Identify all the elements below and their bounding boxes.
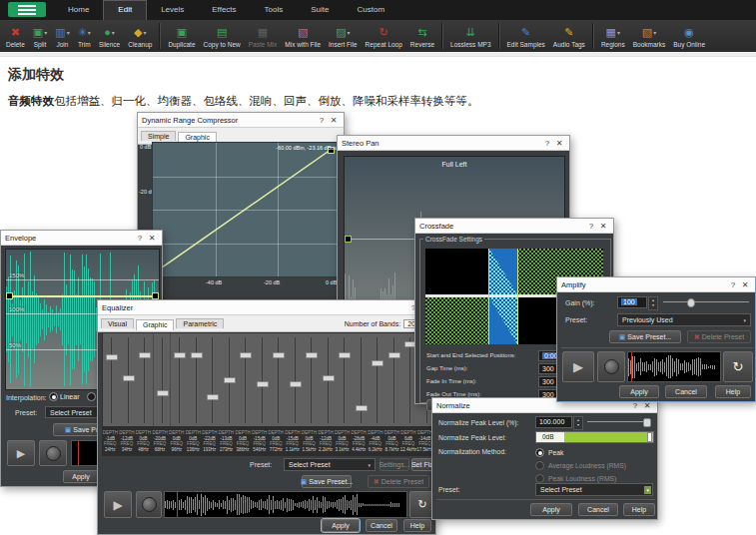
- menu-tab-levels[interactable]: Levels: [147, 0, 198, 20]
- toolbar-button-duplicate[interactable]: ▣Duplicate: [164, 20, 199, 52]
- eq-preset-select[interactable]: Select Preset ▾: [284, 458, 376, 471]
- eq-band-slider-5[interactable]: [171, 333, 188, 427]
- drc-graph[interactable]: -60.00 dBin, -23.16 dBout: [152, 142, 344, 277]
- eq-slider-thumb[interactable]: [123, 375, 135, 381]
- nm-cancel-button[interactable]: Cancel: [578, 503, 618, 516]
- chevron-down-icon[interactable]: ▾: [112, 29, 115, 36]
- toolbar-button-split[interactable]: ▣▾Split: [29, 20, 51, 52]
- eq-band-slider-8[interactable]: [221, 333, 238, 427]
- close-icon[interactable]: ✕: [597, 222, 609, 231]
- menu-tab-effects[interactable]: Effects: [198, 0, 250, 20]
- eq-band-slider-16[interactable]: [353, 333, 370, 427]
- toolbar-button-regions[interactable]: ▦▾Regions: [597, 20, 629, 52]
- eq-delete-preset-button[interactable]: ✖ Delete Preset: [368, 475, 429, 488]
- tab-graphic[interactable]: Graphic: [136, 319, 175, 330]
- env-envelope-line[interactable]: [6, 295, 159, 297]
- cf-left-marker[interactable]: [488, 249, 489, 344]
- tab-parametric[interactable]: Parametric: [176, 318, 224, 328]
- tab-simple[interactable]: Simple: [141, 131, 176, 141]
- close-icon[interactable]: ✕: [739, 280, 751, 289]
- nm-apply-button[interactable]: Apply: [530, 503, 572, 516]
- eq-slider-thumb[interactable]: [339, 352, 351, 358]
- eq-title-bar[interactable]: Equalizer ? ✕: [98, 300, 435, 315]
- env-play-button[interactable]: ▶: [7, 440, 35, 466]
- amp-delete-preset-button[interactable]: ✖ Delete Preset: [687, 330, 751, 343]
- amp-help-button[interactable]: Help: [715, 385, 751, 398]
- toolbar-button-trim[interactable]: ✳▾Trim: [74, 20, 95, 52]
- toolbar-button-silence[interactable]: ●▾Silence: [95, 20, 124, 52]
- eq-slider-thumb[interactable]: [207, 394, 219, 400]
- toolbar-button-repeat-loop[interactable]: ↻Repeat Loop: [362, 20, 406, 52]
- close-icon[interactable]: ✕: [146, 234, 158, 243]
- chevron-down-icon[interactable]: ▾: [653, 29, 656, 36]
- eq-band-slider-10[interactable]: [254, 333, 271, 427]
- cf-title-bar[interactable]: Crossfade ? ✕: [415, 219, 613, 234]
- env-apply-button[interactable]: Apply: [63, 470, 99, 483]
- eq-slider-thumb[interactable]: [273, 352, 285, 358]
- eq-play-button[interactable]: ▶: [104, 491, 132, 518]
- eq-slider-thumb[interactable]: [306, 352, 318, 358]
- pan-title-bar[interactable]: Stereo Pan ? ✕: [338, 136, 569, 151]
- toolbar-button-buy-online[interactable]: ◉Buy Online: [669, 20, 709, 52]
- chevron-down-icon[interactable]: ▾: [88, 29, 91, 36]
- chevron-down-icon[interactable]: ▾: [348, 29, 351, 36]
- toolbar-button-delete[interactable]: ✖Delete: [2, 20, 29, 52]
- menu-tab-custom[interactable]: Custom: [344, 0, 399, 20]
- pan-line-handle[interactable]: [345, 236, 352, 243]
- nm-peak-bar-handle[interactable]: [647, 432, 652, 442]
- eq-band-slider-17[interactable]: [369, 333, 385, 427]
- nm-peak-bar[interactable]: 0dB: [535, 431, 654, 443]
- amp-cancel-button[interactable]: Cancel: [665, 385, 707, 398]
- eq-band-slider-15[interactable]: [336, 333, 353, 427]
- eq-band-slider-7[interactable]: [204, 333, 221, 427]
- env-interpolation-linear[interactable]: Linear: [49, 392, 79, 401]
- radio-icon[interactable]: [535, 474, 544, 483]
- radio-icon[interactable]: [87, 392, 96, 401]
- eq-settings-button[interactable]: Settings...: [379, 458, 409, 471]
- nm-peak-pct-input[interactable]: 100.000: [535, 416, 572, 428]
- env-line-handle-right[interactable]: [152, 292, 159, 299]
- help-icon[interactable]: ?: [541, 139, 553, 148]
- toolbar-button-edit-samples[interactable]: ✎Edit Samples: [503, 20, 549, 52]
- menu-tab-home[interactable]: Home: [54, 0, 103, 20]
- close-icon[interactable]: ✕: [328, 116, 340, 125]
- eq-slider-thumb[interactable]: [323, 375, 335, 381]
- nm-method-peak[interactable]: Peak: [535, 446, 626, 459]
- close-icon[interactable]: ✕: [553, 139, 565, 148]
- env-speed-knob[interactable]: [39, 440, 67, 466]
- amp-save-preset-button[interactable]: ▣ Save Preset...: [609, 330, 681, 343]
- chevron-down-icon[interactable]: ▾: [67, 29, 70, 36]
- amp-loop-button[interactable]: ↻: [723, 351, 753, 382]
- toolbar-button-insert-file[interactable]: ▨▾Insert File: [325, 20, 362, 52]
- toolbar-button-join[interactable]: ▥▾Join: [51, 20, 73, 52]
- eq-band-slider-14[interactable]: [320, 333, 337, 427]
- eq-speed-knob[interactable]: [136, 491, 162, 518]
- chevron-down-icon[interactable]: ▾: [617, 29, 620, 36]
- eq-slider-thumb[interactable]: [106, 354, 118, 360]
- spinner-down-icon[interactable]: ▾: [649, 302, 657, 307]
- amp-gain-spinner[interactable]: ▴▾: [648, 296, 658, 310]
- toolbar-button-audio-tags[interactable]: ✎Audio Tags: [549, 20, 589, 52]
- amp-apply-button[interactable]: Apply: [619, 385, 659, 398]
- menu-tab-suite[interactable]: Suite: [297, 0, 343, 20]
- eq-preview-waveform[interactable]: [164, 491, 407, 518]
- tab-graphic[interactable]: Graphic: [178, 132, 217, 143]
- nm-peak-pct-slider[interactable]: [587, 417, 651, 426]
- radio-icon[interactable]: [535, 448, 544, 457]
- eq-slider-thumb[interactable]: [372, 360, 383, 366]
- eq-band-slider-3[interactable]: [136, 333, 154, 427]
- eq-slider-thumb[interactable]: [174, 352, 186, 358]
- eq-slider-thumb[interactable]: [157, 390, 169, 396]
- amp-play-button[interactable]: ▶: [562, 351, 594, 382]
- amp-gain-slider[interactable]: [663, 297, 749, 306]
- radio-icon[interactable]: [535, 461, 544, 470]
- nm-preset-select[interactable]: Select Preset ▾: [535, 483, 653, 496]
- help-icon[interactable]: ?: [585, 222, 597, 231]
- eq-cancel-button[interactable]: Cancel: [366, 519, 397, 532]
- eq-band-slider-11[interactable]: [270, 333, 287, 427]
- hamburger-menu-icon[interactable]: [8, 2, 46, 17]
- eq-slider-thumb[interactable]: [191, 352, 203, 358]
- spinner-down-icon[interactable]: ▾: [574, 422, 582, 427]
- help-icon[interactable]: ?: [134, 234, 146, 243]
- nm-peak-pct-spinner[interactable]: ▴▾: [573, 416, 583, 430]
